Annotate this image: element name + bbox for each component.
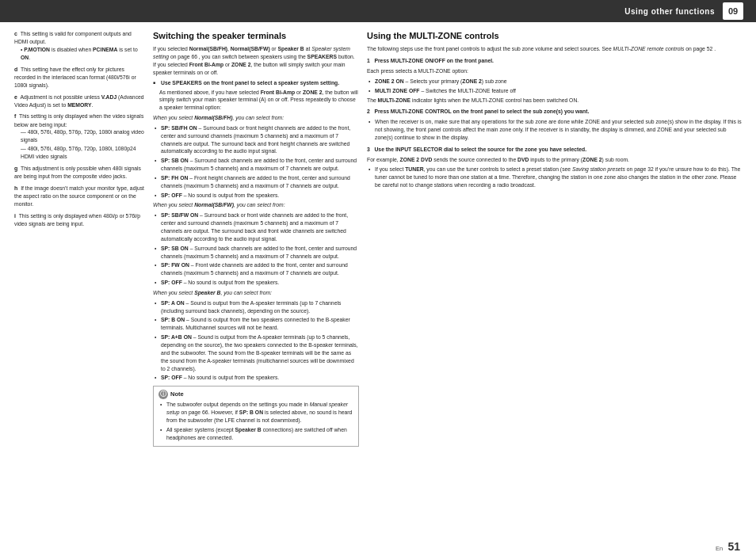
list-item: SP: SB/FW ON – Surround back or front wi…	[153, 211, 359, 242]
list-item: SP: FW ON – Front wide channels are adde…	[153, 261, 359, 277]
list-item: h If the image doesn't match your monito…	[14, 185, 145, 208]
step-3-text: For example, ZONE 2 DVD sends the source…	[367, 156, 742, 164]
left-column: c This setting is valid for component ou…	[14, 30, 153, 537]
list-item: MULTI ZONE OFF – Switches the MULTI-ZONE…	[367, 87, 742, 95]
list-item: Use SPEAKERS on the front panel to selec…	[153, 79, 359, 87]
speaker-b-label: When you select Speaker B, you can selec…	[153, 289, 359, 297]
list-item: f This setting is only displayed when th…	[14, 112, 145, 160]
list-item: SP: A+B ON – Sound is output from the A-…	[153, 333, 359, 372]
normal-sbfw-label: When you select Normal(SB/FW), you can s…	[153, 201, 359, 209]
mid-square-list: Use SPEAKERS on the front panel to selec…	[153, 79, 359, 87]
list-item: SP: OFF – No sound is output from the sp…	[153, 192, 359, 200]
list-item: When the receiver is on, make sure that …	[367, 118, 742, 142]
list-item: d This setting have the effect only for …	[14, 66, 145, 89]
step-3-list: If you select TUNER, you can use the tun…	[367, 166, 742, 189]
list-item: SP: SB ON – Surround back channels are a…	[153, 157, 359, 173]
normal-sbfw-list: SP: SB/FW ON – Surround back or front wi…	[153, 211, 359, 287]
note-list: The subwoofer output depends on the sett…	[158, 401, 353, 441]
header-badge: 09	[723, 2, 743, 20]
step-2-list: When the receiver is on, make sure that …	[367, 118, 742, 142]
list-item: g This adjustment is only possible when …	[14, 165, 145, 181]
right-section-title: Using the MULTI-ZONE controls	[367, 30, 742, 41]
list-item: If you select TUNER, you can use the tun…	[367, 166, 742, 189]
list-item: SP: SB/FH ON – Surround back or front he…	[153, 124, 359, 155]
mid-intro: If you selected Normal(SB/FH), Normal(SB…	[153, 45, 359, 76]
right-intro: The following steps use the front panel …	[367, 45, 742, 53]
step-1-title: 1 Press MULTI-ZONE ON/OFF on the front p…	[367, 57, 742, 65]
main-content: c This setting is valid for component ou…	[0, 25, 756, 542]
page-number: 51	[727, 540, 740, 553]
header-bar: Using other functions 09	[0, 0, 756, 22]
step-1-note: The MULTI-ZONE indicator lights when the…	[367, 97, 742, 105]
step-1-text: Each press selects a MULTI-ZONE option:	[367, 67, 742, 75]
page: Using other functions 09 c This setting …	[0, 0, 756, 556]
mid-column: Switching the speaker terminals If you s…	[153, 30, 367, 537]
note-icon: ⓘ	[158, 390, 168, 399]
list-item: SP: B ON – Sound is output from the two …	[153, 316, 359, 332]
speaker-b-list: SP: A ON – Sound is output from the A-sp…	[153, 299, 359, 382]
list-item: SP: OFF – No sound is output from the sp…	[153, 374, 359, 382]
right-column: Using the MULTI-ZONE controls The follow…	[367, 30, 742, 537]
note-box: ⓘ Note The subwoofer output depends on t…	[153, 386, 359, 447]
step-2-title: 2 Press MULTI-ZONE CONTROL on the front …	[367, 108, 742, 116]
list-item: The subwoofer output depends on the sett…	[158, 401, 353, 425]
list-item: SP: OFF – No sound is output from the sp…	[153, 279, 359, 287]
list-item: SP: SB ON – Surround back channels are a…	[153, 245, 359, 261]
list-item: c This setting is valid for component ou…	[14, 30, 145, 62]
normal-sbfh-label: When you select Normal(SB/FH), you can s…	[153, 114, 359, 122]
step-1-list: ZONE 2 ON – Selects your primary (ZONE 2…	[367, 78, 742, 95]
mid-section-title: Switching the speaker terminals	[153, 30, 359, 41]
list-item: i This setting is only displayed when 48…	[14, 212, 145, 228]
list-item: SP: FH ON – Front height channels are ad…	[153, 174, 359, 190]
list-item: ZONE 2 ON – Selects your primary (ZONE 2…	[367, 78, 742, 86]
list-item: All speaker systems (except Speaker B co…	[158, 426, 353, 442]
footer: En 51	[716, 540, 740, 553]
header: Using other functions 09	[0, 0, 756, 22]
list-item: e Adjustment is not possible unless V.AD…	[14, 93, 145, 109]
mid-as-mentioned: As mentioned above, if you have selected…	[153, 89, 359, 112]
note-title: ⓘ Note	[158, 390, 353, 399]
step-3-title: 3 Use the INPUT SELECTOR dial to select …	[367, 146, 742, 154]
normal-sbfh-list: SP: SB/FH ON – Surround back or front he…	[153, 124, 359, 200]
header-title: Using other functions	[0, 7, 723, 16]
en-label: En	[716, 545, 723, 552]
list-item: SP: A ON – Sound is output from the A-sp…	[153, 299, 359, 315]
